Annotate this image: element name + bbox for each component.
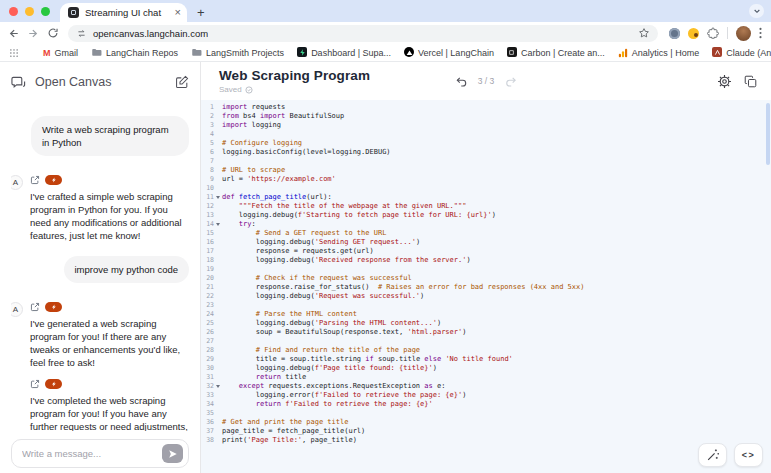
close-window-button[interactable] xyxy=(9,7,18,16)
bookmark-dashboard-supa[interactable]: Dashboard | Supa... xyxy=(297,47,391,58)
reload-button[interactable] xyxy=(47,27,59,39)
code-editor[interactable]: 1import requests2from bs4 import Beautif… xyxy=(201,100,771,473)
maximize-window-button[interactable] xyxy=(41,7,50,16)
code-line[interactable]: 14 try: xyxy=(201,220,771,229)
langsmith-run-badge[interactable] xyxy=(45,302,62,312)
back-button[interactable] xyxy=(7,27,20,40)
fold-chevron-icon[interactable] xyxy=(214,196,222,199)
code-line[interactable]: 13 logging.debug(f'Starting to fetch pag… xyxy=(201,211,771,220)
code-line[interactable]: 20 # Check if the request was successful xyxy=(201,274,771,283)
line-number: 35 xyxy=(201,409,214,418)
new-chat-compose-icon[interactable] xyxy=(175,75,189,89)
code-line[interactable]: 21 response.raise_for_status() # Raises … xyxy=(201,283,771,292)
send-button[interactable] xyxy=(162,444,183,463)
code-line[interactable]: 15 # Send a GET request to the URL xyxy=(201,229,771,238)
browser-menu-kebab-icon[interactable] xyxy=(759,27,762,39)
code-line[interactable]: 37page_title = fetch_page_title(url) xyxy=(201,427,771,436)
fold-chevron-icon[interactable] xyxy=(214,385,222,388)
view-code-button[interactable]: <> xyxy=(734,443,763,467)
code-line[interactable]: 7 xyxy=(201,157,771,166)
line-number: 21 xyxy=(201,283,214,292)
bookmark-claude-ant-work[interactable]: Claude (Ant Work... xyxy=(712,47,771,58)
profile-avatar[interactable] xyxy=(736,26,751,41)
code-line[interactable]: 27 xyxy=(201,337,771,346)
code-line[interactable]: 32 except requests.exceptions.RequestExc… xyxy=(201,382,771,391)
minimize-window-button[interactable] xyxy=(25,7,34,16)
redo-version-icon[interactable] xyxy=(504,75,517,88)
code-line[interactable]: 23 xyxy=(201,301,771,310)
quick-actions-wand-button[interactable] xyxy=(698,443,727,467)
code-line[interactable]: 33 logging.error(f'Failed to retrieve th… xyxy=(201,391,771,400)
editor-scrollbar-thumb[interactable] xyxy=(766,103,770,165)
new-tab-button[interactable]: + xyxy=(197,6,205,19)
editor-panel: Web Scraping Program Saved 3 / 3 xyxy=(201,62,771,473)
site-settings-icon[interactable] xyxy=(76,28,87,39)
line-number: 12 xyxy=(201,202,214,211)
code-line[interactable]: 30 logging.debug(f'Page title found: {ti… xyxy=(201,364,771,373)
langsmith-run-badge[interactable] xyxy=(45,379,62,389)
settings-gear-icon[interactable] xyxy=(717,74,732,89)
editor-actions xyxy=(717,74,757,89)
code-line[interactable]: 11def fetch_page_title(url): xyxy=(201,193,771,202)
code-line[interactable]: 8# URL to scrape xyxy=(201,166,771,175)
code-line[interactable]: 24 # Parse the HTML content xyxy=(201,310,771,319)
forward-button[interactable] xyxy=(27,27,40,40)
code-line[interactable]: 35 xyxy=(201,409,771,418)
extension-icon[interactable] xyxy=(669,28,680,39)
extensions-puzzle-icon[interactable] xyxy=(707,27,719,39)
code-line[interactable]: 31 return title xyxy=(201,373,771,382)
bookmark-analytics-home[interactable]: Analytics | Home xyxy=(618,48,699,58)
code-text: return title xyxy=(222,373,306,382)
code-line[interactable]: 9url = 'https://example.com' xyxy=(201,175,771,184)
bookmark-langchain-repos[interactable]: LangChain Repos xyxy=(91,47,178,58)
bookmark-star-icon[interactable] xyxy=(638,27,650,39)
line-number: 25 xyxy=(201,319,214,328)
bookmark-vercel-langchain[interactable]: Vercel | LangChain xyxy=(404,47,494,58)
line-number: 26 xyxy=(201,328,214,337)
undo-version-icon[interactable] xyxy=(455,75,468,88)
code-line[interactable]: 26 soup = BeautifulSoup(response.text, '… xyxy=(201,328,771,337)
line-number: 17 xyxy=(201,247,214,256)
code-line[interactable]: 1import requests xyxy=(201,103,771,112)
fold-chevron-icon[interactable] xyxy=(214,223,222,226)
code-line[interactable]: 17 response = requests.get(url) xyxy=(201,247,771,256)
code-line[interactable]: 2from bs4 import BeautifulSoup xyxy=(201,112,771,121)
open-artifact-external-link-icon[interactable] xyxy=(30,379,40,389)
code-line[interactable]: 3import logging xyxy=(201,121,771,130)
bookmark-gmail[interactable]: MGmail xyxy=(43,48,78,58)
line-number: 2 xyxy=(201,112,214,121)
code-line[interactable]: 36# Get and print the page title xyxy=(201,418,771,427)
code-line[interactable]: 6logging.basicConfig(level=logging.DEBUG… xyxy=(201,148,771,157)
assistant-avatar: A xyxy=(11,175,23,190)
code-line[interactable]: 38print('Page Title:', page_title) xyxy=(201,436,771,445)
message-input[interactable] xyxy=(22,448,156,459)
artifact-title[interactable]: Web Scraping Program xyxy=(219,68,370,83)
code-line[interactable]: 25 logging.debug('Parsing the HTML conte… xyxy=(201,319,771,328)
langsmith-run-badge[interactable] xyxy=(45,175,62,185)
open-artifact-external-link-icon[interactable] xyxy=(30,302,40,312)
line-number: 24 xyxy=(201,310,214,319)
code-line[interactable]: 5# Configure logging xyxy=(201,139,771,148)
bookmark-langsmith-projects[interactable]: LangSmith Projects xyxy=(191,47,284,58)
code-line[interactable]: 28 # Find and return the title of the pa… xyxy=(201,346,771,355)
apps-grid-icon[interactable] xyxy=(9,48,19,58)
tab-close-icon[interactable]: × xyxy=(175,7,181,18)
code-text: import requests xyxy=(222,103,285,112)
tab-search-chevron-icon[interactable] xyxy=(749,4,764,18)
code-line[interactable]: 34 return f'Failed to retrieve the page:… xyxy=(201,400,771,409)
open-artifact-external-link-icon[interactable] xyxy=(30,175,40,185)
code-line[interactable]: 18 logging.debug('Received response from… xyxy=(201,256,771,265)
code-line[interactable]: 4 xyxy=(201,130,771,139)
bookmark-carbon-create-an[interactable]: Carbon | Create an... xyxy=(507,47,605,58)
code-line[interactable]: 29 title = soup.title.string if soup.tit… xyxy=(201,355,771,364)
code-line[interactable]: 10 xyxy=(201,184,771,193)
extension-icon[interactable] xyxy=(688,28,699,39)
code-line[interactable]: 19 xyxy=(201,265,771,274)
code-line[interactable]: 16 logging.debug('Sending GET request...… xyxy=(201,238,771,247)
browser-tab[interactable]: Streaming UI chat × xyxy=(60,3,187,22)
code-line[interactable]: 22 logging.debug('Request was successful… xyxy=(201,292,771,301)
copy-code-icon[interactable] xyxy=(744,75,757,88)
address-bar[interactable]: opencanvas.langchain.com xyxy=(68,25,658,42)
message-composer[interactable] xyxy=(11,439,189,468)
code-line[interactable]: 12 """Fetch the title of the webpage at … xyxy=(201,202,771,211)
